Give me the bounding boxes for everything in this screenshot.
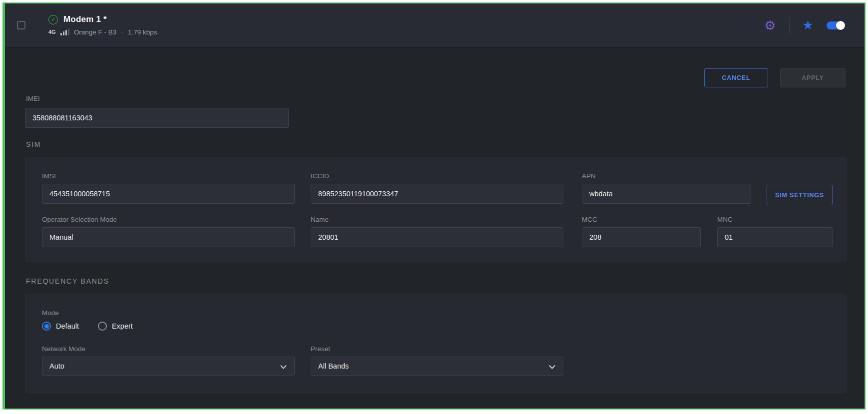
- modem-panel: ✓ Modem 1 * 4G Orange F - B3 · 1.79 kbps…: [2, 2, 866, 410]
- cancel-button[interactable]: CANCEL: [704, 68, 768, 87]
- network-mode-value: Auto: [49, 362, 64, 370]
- network-mode-select[interactable]: Auto: [42, 357, 295, 376]
- apn-label: APN: [582, 172, 751, 180]
- imsi-label: IMSI: [42, 172, 295, 180]
- name-input[interactable]: [311, 227, 563, 247]
- modem-title: Modem 1 *: [63, 14, 107, 24]
- chevron-down-icon: [549, 363, 555, 369]
- iccid-input[interactable]: [311, 184, 563, 204]
- sim-card: IMSI ICCID APN SIM SETTINGS Operator Sel…: [25, 157, 847, 262]
- preset-label: Preset: [311, 345, 563, 353]
- settings-gear-icon[interactable]: ⚙: [764, 19, 776, 32]
- operator-name-label: Orange F - B3: [74, 28, 117, 36]
- frequency-bands-card: Mode Default Expert Network Mode Auto: [25, 294, 847, 393]
- modem-settings-form: CANCEL APPLY IMEI SIM IMSI ICCID APN SIM…: [5, 47, 865, 410]
- status-ok-icon: ✓: [48, 15, 58, 24]
- chevron-down-icon: [280, 363, 287, 369]
- mnc-input[interactable]: [717, 227, 833, 247]
- mode-label: Mode: [42, 309, 59, 317]
- form-actions: CANCEL APPLY: [704, 68, 846, 87]
- preset-select[interactable]: All Bands: [311, 357, 563, 376]
- apply-button[interactable]: APPLY: [780, 68, 846, 87]
- check-glyph: ✓: [51, 16, 55, 23]
- frequency-bands-section-label: FREQUENCY BANDS: [26, 277, 109, 285]
- sim-settings-button[interactable]: SIM SETTINGS: [767, 185, 833, 205]
- network-mode-label: Network Mode: [42, 345, 295, 353]
- favorite-star-icon[interactable]: ★: [803, 19, 814, 31]
- preset-value: All Bands: [318, 362, 349, 370]
- imsi-input[interactable]: [42, 184, 295, 204]
- vertical-divider: [789, 17, 790, 34]
- signal-strength-icon: [60, 28, 69, 35]
- sim-section-label: SIM: [26, 140, 41, 148]
- imei-input[interactable]: [25, 108, 289, 128]
- mode-radio-group: Default Expert: [42, 322, 133, 331]
- radio-expert-label: Expert: [112, 322, 133, 330]
- radio-selected-icon: [42, 322, 51, 331]
- radio-default-label: Default: [56, 322, 79, 330]
- select-modem-checkbox[interactable]: [17, 21, 25, 29]
- apn-input[interactable]: [582, 184, 751, 204]
- mode-radio-expert[interactable]: Expert: [98, 322, 133, 331]
- iccid-label: ICCID: [311, 172, 563, 180]
- modem-enabled-toggle[interactable]: [827, 21, 845, 29]
- operator-selection-mode-input[interactable]: [42, 227, 295, 247]
- data-speed-label: 1.79 kbps: [128, 28, 157, 36]
- toggle-knob: [836, 21, 845, 30]
- separator-dot: ·: [121, 28, 123, 36]
- mnc-label: MNC: [717, 216, 833, 223]
- mcc-label: MCC: [582, 216, 701, 223]
- operator-selection-mode-label: Operator Selection Mode: [42, 216, 295, 223]
- mode-radio-default[interactable]: Default: [42, 322, 79, 331]
- name-label: Name: [311, 216, 563, 223]
- imei-label: IMEI: [26, 95, 40, 102]
- header-controls: ⚙ ★: [764, 17, 845, 34]
- radio-unselected-icon: [98, 322, 107, 331]
- network-type-label: 4G: [48, 29, 56, 35]
- modem-title-block: ✓ Modem 1 * 4G Orange F - B3 · 1.79 kbps: [48, 14, 157, 36]
- mcc-input[interactable]: [582, 227, 701, 247]
- modem-header: ✓ Modem 1 * 4G Orange F - B3 · 1.79 kbps…: [5, 3, 865, 47]
